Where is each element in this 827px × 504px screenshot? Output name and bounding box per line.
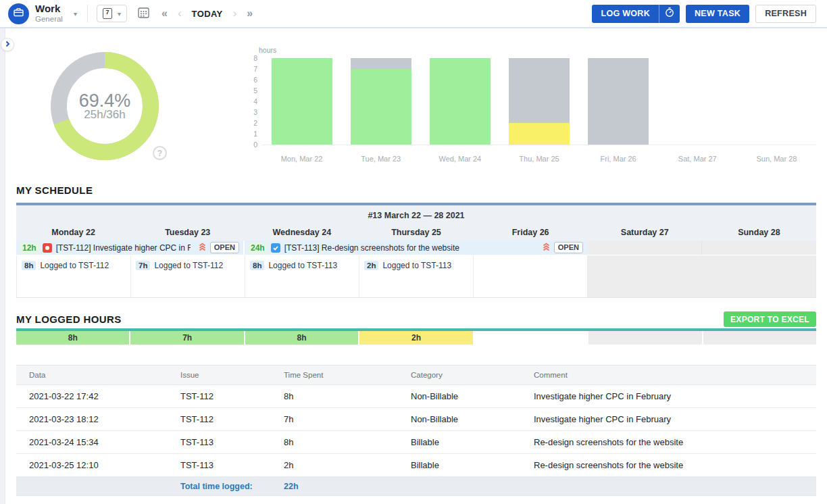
day-header: Wednesday 24 xyxy=(245,228,359,237)
day-header: Monday 22 xyxy=(16,228,130,237)
bar-tue xyxy=(341,58,420,145)
estimate-badge: 12h xyxy=(20,243,39,253)
worklog-text: Logged to TST-113 xyxy=(268,261,337,270)
task-bar-tst-112[interactable]: 12h [TST-112] Investigate higher CPC in … xyxy=(16,241,243,255)
start-timer-button[interactable] xyxy=(659,5,680,23)
bar-mon xyxy=(262,58,341,145)
bug-icon xyxy=(43,243,52,253)
cell-time: 2h xyxy=(284,460,411,470)
table-header-row: Data Issue Time Spent Category Comment xyxy=(16,365,816,385)
logged-worklogs-row: 8hLogged to TST-112 7hLogged to TST-112 … xyxy=(16,255,816,298)
log-work-group: LOG WORK xyxy=(592,5,680,23)
y-tick: 6 xyxy=(238,76,257,84)
cell-category: Non-Billable xyxy=(411,414,534,424)
my-schedule-heading: MY SCHEDULE xyxy=(16,184,93,196)
table-row: 2021-03-22 17:42 TST-112 8h Non-Billable… xyxy=(16,385,816,408)
hours-chip: 8h xyxy=(22,261,36,270)
cell-issue: TST-112 xyxy=(180,391,284,401)
priority-highest-icon xyxy=(199,242,206,254)
date-navigation: « ‹ TODAY › » xyxy=(161,7,253,20)
progress-percent: 69.4% xyxy=(43,91,166,110)
calendar-picker-button[interactable] xyxy=(137,6,150,22)
cell-time: 7h xyxy=(284,414,411,424)
strip-cell-friday xyxy=(474,331,587,345)
worklog-cell-monday[interactable]: 8hLogged to TST-112 xyxy=(17,255,131,298)
x-label: Thu, Mar 25 xyxy=(499,155,578,163)
cell-comment: Re-design screenshots for the website xyxy=(534,437,816,447)
worklog-cell-friday[interactable] xyxy=(474,255,588,298)
col-header-category: Category xyxy=(411,371,534,379)
y-tick: 4 xyxy=(238,97,257,105)
day-header-row: Monday 22 Tuesday 23 Wednesday 24 Thursd… xyxy=(16,224,816,241)
x-axis-line xyxy=(262,145,816,145)
prev-week-icon[interactable]: « xyxy=(161,7,168,20)
new-task-button[interactable]: NEW TASK xyxy=(686,5,749,23)
task-icon xyxy=(271,243,280,253)
cell-date: 2021-03-25 12:10 xyxy=(16,460,180,470)
my-logged-hours-heading: MY LOGGED HOURS xyxy=(16,313,122,325)
y-tick: 5 xyxy=(238,86,257,95)
worklog-cell-tuesday[interactable]: 7hLogged to TST-112 xyxy=(131,255,245,298)
log-work-button[interactable]: LOG WORK xyxy=(592,5,659,23)
progress-donut-chart: 69.4% 25h/36h xyxy=(43,45,166,168)
calendar-7-icon: 7 xyxy=(103,8,112,19)
y-tick: 8 xyxy=(238,54,257,62)
worklog-cell-wednesday[interactable]: 8hLogged to TST-113 xyxy=(245,255,359,298)
strip-cell-thursday: 2h xyxy=(359,331,472,345)
days-range-select[interactable]: 7 ▾ xyxy=(97,5,127,22)
x-axis-labels: Mon, Mar 22 Tue, Mar 23 Wed, Mar 24 Thu,… xyxy=(262,155,816,163)
app-title: Work xyxy=(35,3,63,14)
task-summary: [TST-113] Re-design screenshots for the … xyxy=(284,243,459,253)
bar-segment-gray xyxy=(509,58,570,123)
x-label: Sun, Mar 28 xyxy=(737,155,816,163)
workspace-titles[interactable]: Work General xyxy=(35,3,63,24)
worklog-cell-thursday[interactable]: 2hLogged to TST-113 xyxy=(359,255,474,298)
cell-issue: TST-112 xyxy=(180,414,284,424)
today-button[interactable]: TODAY xyxy=(192,9,223,19)
strip-cell-saturday xyxy=(588,331,701,345)
col-header-time-spent: Time Spent xyxy=(284,371,411,379)
expand-sidebar-button[interactable] xyxy=(1,38,14,51)
next-week-icon[interactable]: » xyxy=(247,7,253,20)
y-tick: 0 xyxy=(238,141,257,149)
bar-segment-gray xyxy=(588,58,649,145)
refresh-button[interactable]: REFRESH xyxy=(755,5,816,23)
table-footer-row: Total time logged: 22h xyxy=(16,477,816,496)
cell-comment: Investigate higher CPC in February xyxy=(534,391,816,401)
export-to-excel-button[interactable]: EXPORT TO EXCEL xyxy=(724,311,816,327)
y-tick: 1 xyxy=(238,130,257,138)
logged-hours-strip: 8h 7h 8h 2h xyxy=(16,328,816,345)
worklog-cell-sunday xyxy=(702,255,816,298)
x-label: Tue, Mar 23 xyxy=(341,155,420,163)
day-header: Sunday 28 xyxy=(702,228,816,237)
help-icon[interactable]: ? xyxy=(153,146,167,160)
worklog-table: Data Issue Time Spent Category Comment 2… xyxy=(16,365,816,496)
cell-time: 8h xyxy=(284,437,411,447)
app-subtitle: General xyxy=(35,16,63,24)
schedule-week-grid: #13 March 22 — 28 2021 Monday 22 Tuesday… xyxy=(16,203,816,298)
worklog-text: Logged to TST-112 xyxy=(154,261,223,270)
weekend-cells xyxy=(587,241,816,255)
top-toolbar: Work General ▾ 7 ▾ xyxy=(0,0,827,28)
scheduled-tasks-row: 12h [TST-112] Investigate higher CPC in … xyxy=(16,241,816,255)
toolbar-actions: LOG WORK NEW TASK REFRESH xyxy=(592,5,816,23)
y-tick: 2 xyxy=(238,119,257,127)
x-label: Sat, Mar 27 xyxy=(658,155,737,163)
schedule-header: #13 March 22 — 28 2021 Monday 22 Tuesday… xyxy=(16,205,816,241)
bar-wed xyxy=(420,58,499,145)
table-row: 2021-03-23 18:12 TST-112 7h Non-Billable… xyxy=(16,408,816,431)
next-day-icon[interactable]: › xyxy=(233,7,237,20)
strip-cells: 8h 7h 8h 2h xyxy=(16,331,816,345)
day-header: Tuesday 23 xyxy=(130,228,245,237)
workspace-switcher[interactable] xyxy=(8,3,29,24)
y-tick: 7 xyxy=(238,65,257,73)
task-bar-tst-113[interactable]: 24h [TST-113] Re-design screenshots for … xyxy=(245,241,587,255)
chevron-down-icon[interactable]: ▾ xyxy=(74,10,77,18)
bar-sat xyxy=(658,58,737,145)
day-header: Friday 26 xyxy=(474,228,588,237)
total-label: Total time logged: xyxy=(180,482,284,491)
status-badge: OPEN xyxy=(210,242,239,253)
worklog-cell-saturday xyxy=(588,255,702,298)
priority-highest-icon xyxy=(543,242,550,254)
prev-day-icon[interactable]: ‹ xyxy=(178,7,182,20)
